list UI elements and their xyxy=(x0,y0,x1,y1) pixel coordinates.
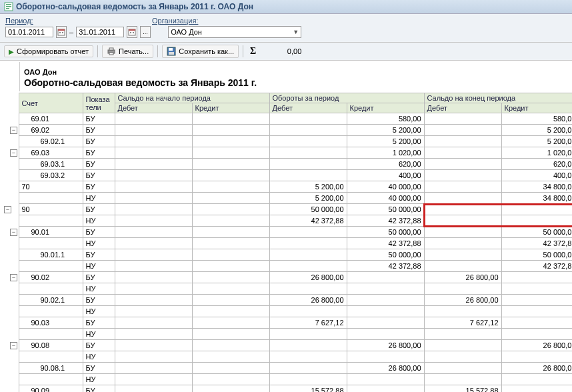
toolbar: ▶ Сформировать отчет Печать... Сохранить… xyxy=(0,43,572,61)
table-row[interactable]: 90.08.1БУ26 800,0026 800,00 xyxy=(0,363,572,374)
data-cell xyxy=(115,329,192,340)
table-row[interactable]: 90.02.1БУ26 800,0026 800,00 xyxy=(0,295,572,306)
data-cell xyxy=(501,385,572,393)
tree-collapse-button[interactable]: − xyxy=(10,149,17,157)
table-row[interactable]: −90.02БУ26 800,0026 800,00 xyxy=(0,272,572,283)
data-cell xyxy=(115,136,192,147)
data-cell xyxy=(424,159,501,170)
tree-collapse-button[interactable]: − xyxy=(10,127,17,134)
table-row[interactable]: 69.03.1БУ620,00620,00 xyxy=(0,159,572,170)
table-row[interactable]: 69.01БУ580,00580,00 xyxy=(0,113,572,125)
data-cell xyxy=(115,170,192,181)
table-row[interactable]: НУ5 200,0040 000,0034 800,00 xyxy=(0,193,572,204)
print-button[interactable]: Печать... xyxy=(102,45,153,58)
table-row[interactable]: 70БУ5 200,0040 000,0034 800,00 xyxy=(0,181,572,193)
data-cell xyxy=(347,374,424,385)
data-cell xyxy=(424,340,501,351)
tree-cell: − xyxy=(0,204,19,215)
table-row[interactable]: НУ xyxy=(0,329,572,340)
svg-rect-5 xyxy=(58,29,65,31)
data-cell: НУ xyxy=(83,215,115,227)
table-row[interactable]: −69.02БУ5 200,005 200,00 xyxy=(0,125,572,136)
data-cell xyxy=(192,193,269,204)
data-cell: 26 800,00 xyxy=(501,340,572,351)
data-cell xyxy=(424,249,501,261)
col-td: Дебет xyxy=(269,103,347,113)
data-cell xyxy=(192,113,269,125)
data-cell xyxy=(192,317,269,329)
col-account: Счет xyxy=(19,93,83,113)
table-row[interactable]: −69.03БУ1 020,001 020,00 xyxy=(0,147,572,159)
data-cell xyxy=(269,329,347,340)
account-cell: 90.08 xyxy=(19,340,83,351)
tree-collapse-button[interactable]: − xyxy=(4,206,11,213)
data-cell xyxy=(424,227,501,238)
data-cell xyxy=(269,261,347,272)
data-cell: 50 000,00 xyxy=(347,204,424,215)
data-cell xyxy=(501,317,572,329)
date-from-input[interactable] xyxy=(5,27,53,37)
data-cell xyxy=(269,170,347,181)
separator xyxy=(243,45,243,57)
data-cell xyxy=(347,306,424,317)
col-turnover: Обороты за период xyxy=(269,93,424,103)
data-cell xyxy=(501,306,572,317)
data-cell xyxy=(192,147,269,159)
data-cell xyxy=(347,351,424,363)
date-to-input[interactable] xyxy=(76,27,124,37)
data-cell: НУ xyxy=(83,283,115,295)
data-cell: 42 372,88 xyxy=(501,261,572,272)
data-cell: БУ xyxy=(83,227,115,238)
table-row[interactable]: 69.02.1БУ5 200,005 200,00 xyxy=(0,136,572,147)
table-row[interactable]: НУ xyxy=(0,374,572,385)
table-row[interactable]: 90.09БУ15 572,8815 572,88 xyxy=(0,385,572,393)
data-cell xyxy=(269,374,347,385)
data-cell: 50 000,00 xyxy=(347,249,424,261)
data-cell xyxy=(424,181,501,193)
table-row[interactable]: НУ xyxy=(0,283,572,295)
data-cell xyxy=(501,351,572,363)
col-end-balance: Сальдо на конец периода xyxy=(424,93,572,103)
data-cell: 5 200,00 xyxy=(269,193,347,204)
account-cell: 90.01.1 xyxy=(19,249,83,261)
table-row[interactable]: НУ42 372,8842 372,88 xyxy=(0,261,572,272)
tree-collapse-button[interactable]: − xyxy=(10,229,17,236)
highlight-box xyxy=(423,203,572,227)
data-cell: 40 000,00 xyxy=(347,193,424,204)
table-row[interactable]: 69.03.2БУ400,00400,00 xyxy=(0,170,572,181)
data-cell xyxy=(269,306,347,317)
table-row[interactable]: 90.01.1БУ50 000,0050 000,00 xyxy=(0,249,572,261)
data-cell xyxy=(115,306,192,317)
data-cell: 400,00 xyxy=(501,170,572,181)
tree-cell xyxy=(0,306,19,317)
svg-rect-14 xyxy=(109,53,113,55)
table-row[interactable]: 90.03БУ7 627,127 627,12 xyxy=(0,317,572,329)
save-as-button[interactable]: Сохранить как... xyxy=(162,45,239,58)
data-cell: 5 200,00 xyxy=(501,125,572,136)
svg-rect-1 xyxy=(6,4,11,5)
date-to-calendar-icon[interactable] xyxy=(127,26,137,38)
account-cell: 90.03 xyxy=(19,317,83,329)
data-cell: 7 627,12 xyxy=(269,317,347,329)
table-row[interactable]: −90.01БУ50 000,0050 000,00 xyxy=(0,227,572,238)
data-cell: 1 020,00 xyxy=(347,147,424,159)
tree-collapse-button[interactable]: − xyxy=(10,274,17,281)
data-cell: БУ xyxy=(83,113,115,125)
data-cell xyxy=(192,215,269,227)
account-cell: 90.09 xyxy=(19,385,83,393)
period-picker-button[interactable]: ... xyxy=(140,26,151,38)
table-row[interactable]: НУ xyxy=(0,351,572,363)
data-cell xyxy=(501,272,572,283)
sigma-icon: Σ xyxy=(247,46,259,57)
date-from-calendar-icon[interactable] xyxy=(56,26,67,38)
data-cell: БУ xyxy=(83,363,115,374)
svg-rect-10 xyxy=(130,32,131,33)
table-row[interactable]: НУ42 372,8842 372,88 xyxy=(0,238,572,249)
table-row[interactable]: −90.08БУ26 800,0026 800,00 xyxy=(0,340,572,351)
tree-collapse-button[interactable]: − xyxy=(10,342,17,349)
tree-cell xyxy=(0,351,19,363)
org-select[interactable]: ОАО Дон ▼ xyxy=(168,26,301,38)
form-report-button[interactable]: ▶ Сформировать отчет xyxy=(4,45,93,57)
table-row[interactable]: НУ xyxy=(0,306,572,317)
col-start-balance: Сальдо на начало периода xyxy=(115,93,269,103)
